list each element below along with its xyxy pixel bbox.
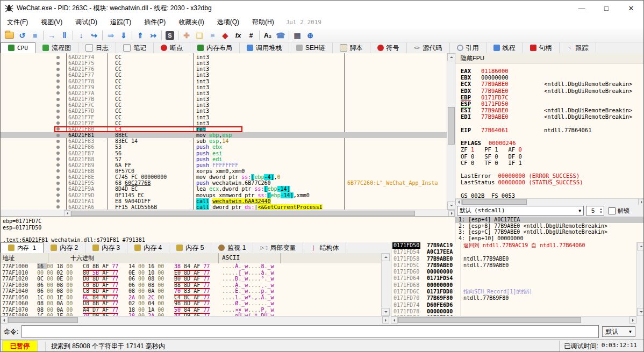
breakpoint-dot[interactable] (56, 176, 60, 179)
disasm-row[interactable]: 6AD21F8383EC 14sub esp,14 (1, 138, 447, 144)
breakpoint-dot[interactable] (56, 85, 60, 89)
step-out-icon[interactable]: ⇑ (134, 30, 147, 41)
calling-convention-select[interactable]: 默认 (stdcall)▼ (457, 206, 584, 215)
command-input[interactable] (22, 325, 599, 338)
tab-memory-4[interactable]: 内存 4 (127, 242, 169, 253)
disasm-row[interactable]: 6AD21F78CCint3 (1, 78, 447, 84)
register-row[interactable]: ESI77B9ABE0<ntdll.DbgUiRemoteBreakin> (455, 107, 644, 113)
tab-graph[interactable]: 流程图 (35, 42, 78, 53)
breakpoint-dot[interactable] (56, 205, 60, 209)
calculator-icon[interactable]: ▦ (291, 30, 304, 41)
menu-item-q[interactable]: 选项(Q) (211, 16, 246, 28)
stop-icon[interactable]: ■ (28, 30, 41, 41)
breakpoint-dot[interactable] (56, 134, 60, 137)
disasm-row[interactable]: 6AD21F8653push ebx (1, 144, 447, 150)
breakpoint-dot[interactable] (56, 193, 60, 197)
breakpoint-dot[interactable] (56, 56, 60, 59)
tab-watch-1[interactable]: 监视 1 (211, 242, 253, 253)
menu-item-i[interactable]: 收藏夹(I) (172, 16, 210, 28)
stack-arg-row[interactable]: 3: [esp+C] 77B9ABE0 <ntdll.DbgUiRemoteBr… (455, 229, 644, 235)
dump-row[interactable]: 77AF101000 00 02 0080 5B AF 770E 00 10 0… (1, 270, 381, 276)
function-icon[interactable]: fx (232, 30, 245, 41)
tab-locals[interactable]: [x=]局部变量 (253, 242, 303, 253)
comment-icon[interactable]: ❑ (193, 30, 206, 41)
tab-source[interactable]: <>源代码 (407, 42, 450, 53)
run-to-cursor-icon[interactable]: ⇒ (104, 30, 117, 41)
disasm-row[interactable]: 6AD21F75CCint3 (1, 60, 447, 66)
register-row[interactable]: EBX00000000 (455, 74, 644, 81)
register-row[interactable]: ESP0171FD50 (455, 100, 644, 107)
attach-icon[interactable]: ☎ (274, 30, 287, 41)
disasm-row[interactable]: 6AD21F8EC745 FC 00000000mov dword ptr ss… (1, 174, 447, 180)
disasm-row[interactable]: 6AD21F8B0F57C0xorps xmm0,xmm0 (1, 168, 447, 174)
scylla-icon[interactable]: S (163, 30, 176, 41)
minimize-button[interactable]: — (569, 1, 594, 16)
dump-row[interactable]: 77AF107008 00 0A 00A4 D7 AF 7718 00 1A 0… (1, 307, 381, 313)
tab-memory-2[interactable]: 内存 2 (44, 242, 85, 253)
breakpoint-dot[interactable] (56, 157, 60, 161)
disasm-row[interactable]: 6AD21F818BECmov ebp,esp (1, 132, 447, 138)
tab-breakpoint[interactable]: 断点 (154, 42, 190, 53)
dump-row[interactable]: 77AF106008 00 0A 00D8 8B AF 7702 00 04 0… (1, 300, 381, 307)
tab-notes[interactable]: 笔记 (116, 42, 154, 53)
disasm-row[interactable]: 6AD21FA6FF15 ACD5566Bcall dword ptr ds:[… (1, 204, 447, 210)
breakpoint-dot[interactable] (56, 163, 60, 167)
stack-row[interactable]: 0171FD5877B9ABE0ntdll.77B9ABE0 (391, 256, 636, 262)
register-row[interactable]: ECX77B9ABE0<ntdll.DbgUiRemoteBreakin> (455, 81, 644, 87)
stack-arg-row[interactable]: 2: [esp+8] 77B9ABE0 <ntdll.DbgUiRemoteBr… (455, 223, 644, 229)
pause-icon[interactable]: ‖ (58, 30, 71, 41)
breakpoint-dot[interactable] (56, 68, 60, 71)
dump-row[interactable]: 77AF103006 00 08 00C0 8D AF 7706 00 08 0… (1, 282, 381, 289)
register-row[interactable]: EFLAGS00000246 (455, 140, 644, 146)
disasm-row[interactable]: 6AD21F77CCint3 (1, 72, 447, 78)
disasm-row[interactable]: 6AD21FA1E8 9A04D1FFcall wechatwin.6AA324… (1, 198, 447, 204)
breakpoint-dot[interactable] (56, 98, 60, 101)
menu-item-p[interactable]: 插件(P) (138, 16, 172, 28)
dump-row[interactable]: 77AF100016 00 18 00C0 8B AF 7714 00 16 0… (1, 263, 381, 270)
breakpoint-dot[interactable] (56, 169, 60, 173)
breakpoint-dot[interactable] (56, 80, 60, 83)
disasm-row[interactable]: 6AD21F8857push edi (1, 156, 447, 162)
stack-arg-row[interactable]: 1: [esp+4] A0C17EEA (455, 217, 644, 223)
register-row[interactable]: EAX01186000 (455, 68, 644, 74)
stack-row[interactable]: 0171FD6800000000 (391, 282, 636, 289)
menu-item-v[interactable]: 视图(V) (34, 16, 69, 28)
register-row[interactable]: EIP77B64061ntdll.77B64061 (455, 127, 644, 133)
register-row[interactable]: LastError 00000000 (ERROR_SUCCESS) (455, 173, 644, 179)
register-row[interactable]: EDX77B9ABE0<ntdll.DbgUiRemoteBreakin> (455, 88, 644, 94)
disassembly-pane[interactable]: 6AD21F74CCint36AD21F75CCint36AD21F76CCin… (1, 53, 447, 210)
tab-call-stack[interactable]: 调用堆栈 (240, 42, 289, 53)
tab-memory-1[interactable]: 内存 1 (1, 242, 44, 253)
tab-struct[interactable]: ⌡结构体 (303, 242, 346, 253)
registers-pane[interactable]: EAX01186000EBX00000000ECX77B9ABE0<ntdll.… (455, 63, 644, 205)
arg-count-stepper[interactable]: 5 ▲▼ (586, 206, 604, 215)
disasm-row[interactable]: 6AD21F896A FFpush FFFFFFFF (1, 162, 447, 168)
menu-item-h[interactable]: 帮助(H) (246, 16, 281, 28)
breakpoint-dot[interactable] (56, 188, 60, 191)
stack-arg-row[interactable]: 4: [esp+10] 00000000 (455, 235, 644, 242)
tab-memory-5[interactable]: 内存 5 (169, 242, 211, 253)
breakpoint-dot[interactable] (56, 104, 60, 107)
disasm-row[interactable]: 6AD21F9A8D4D EClea ecx,dword ptr ss:[ebp… (1, 186, 447, 192)
stack-row[interactable]: 0171FD6000000000 (391, 269, 636, 275)
step-over-icon[interactable]: ↪ (88, 30, 101, 41)
disasm-row[interactable]: 6AD21F7ECCint3 (1, 114, 447, 120)
close-button[interactable]: ✕ (619, 1, 643, 16)
register-row[interactable]: CF 0 TF 0 IF 1 (455, 160, 644, 166)
tab-symbols[interactable]: 符号 (370, 42, 407, 53)
patch-icon[interactable]: ✚ (180, 30, 193, 41)
tab-threads[interactable]: 线程 (486, 42, 523, 53)
disasm-row[interactable]: 6AD21F7CCCint3 (1, 102, 447, 108)
maximize-button[interactable]: □ (594, 1, 619, 16)
run-icon[interactable]: → (45, 30, 58, 41)
memory-dump-pane[interactable]: 77AF100016 00 18 00C0 8B AF 7714 00 16 0… (1, 263, 381, 316)
breakpoint-dot[interactable] (56, 110, 60, 113)
breakpoint-dot[interactable] (56, 152, 60, 155)
bookmark-icon[interactable]: ◆ (219, 30, 232, 41)
stepper-arrows-icon[interactable]: ▲▼ (599, 207, 604, 214)
stack-args-pane[interactable]: 1: [esp+4] A0C17EEA2: [esp+8] 77B9ABE0 <… (455, 217, 644, 242)
stack-row[interactable]: 0171FD5C77B9ABE0ntdll.77B9ABE0 (391, 262, 636, 269)
breakpoint-dot[interactable] (56, 182, 60, 185)
breakpoint-dot[interactable] (56, 146, 60, 149)
unlock-checkbox[interactable] (609, 207, 616, 214)
